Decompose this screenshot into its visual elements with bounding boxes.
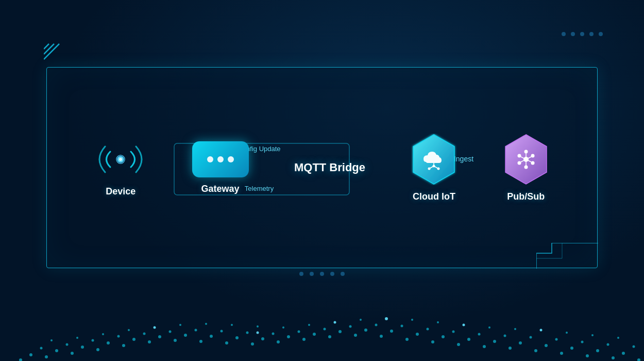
svg-line-0 (44, 44, 49, 49)
svg-point-120 (328, 335, 331, 338)
cloud-iot-icon (421, 146, 447, 172)
svg-point-134 (334, 321, 336, 324)
svg-point-77 (478, 333, 481, 336)
svg-point-130 (586, 354, 589, 357)
svg-point-72 (349, 325, 352, 328)
svg-point-125 (457, 343, 460, 346)
svg-point-38 (76, 337, 78, 339)
device-icon (95, 139, 146, 180)
svg-point-80 (555, 338, 558, 341)
svg-point-114 (174, 339, 177, 342)
svg-point-62 (92, 339, 94, 342)
gateway-node: Gateway (192, 141, 249, 194)
svg-point-108 (19, 358, 22, 361)
svg-point-99 (416, 333, 419, 336)
pub-sub-label: Pub/Sub (507, 191, 545, 202)
gateway-icon (192, 141, 249, 177)
svg-point-126 (483, 345, 486, 348)
svg-point-138 (540, 329, 543, 332)
svg-point-46 (282, 326, 284, 329)
cloud-iot-hexagon (411, 134, 457, 185)
svg-point-60 (40, 347, 43, 350)
svg-point-39 (102, 333, 104, 335)
svg-point-89 (158, 335, 161, 338)
svg-point-69 (272, 333, 275, 335)
dot-1 (562, 32, 566, 36)
svg-point-70 (298, 331, 300, 333)
svg-point-110 (71, 352, 74, 355)
svg-point-54 (488, 326, 490, 329)
svg-point-111 (96, 348, 99, 351)
pub-sub-icon (513, 146, 539, 172)
svg-point-66 (195, 329, 197, 332)
svg-point-98 (390, 330, 393, 333)
svg-point-119 (302, 338, 306, 341)
svg-point-128 (534, 349, 537, 352)
svg-point-61 (66, 343, 69, 346)
dot-2 (571, 32, 575, 36)
svg-point-42 (179, 324, 181, 326)
dot-3 (580, 32, 584, 36)
svg-point-25 (524, 150, 528, 153)
svg-point-59 (617, 337, 619, 339)
svg-point-82 (607, 343, 609, 346)
mqtt-bridge-label: MQTT Bridge (294, 161, 365, 174)
svg-point-106 (596, 349, 599, 352)
svg-point-40 (128, 329, 130, 331)
svg-point-73 (375, 324, 378, 326)
svg-point-44 (231, 324, 233, 326)
svg-point-129 (560, 352, 563, 355)
svg-point-37 (50, 339, 53, 341)
dot-grid (0, 258, 644, 361)
svg-point-96 (338, 330, 342, 333)
svg-point-92 (235, 336, 239, 339)
svg-point-78 (504, 335, 506, 337)
svg-point-105 (570, 347, 573, 350)
svg-point-30 (517, 154, 521, 157)
dot-5 (599, 32, 603, 36)
svg-point-122 (380, 335, 383, 338)
device-node: Device (95, 139, 146, 197)
svg-point-91 (210, 335, 213, 338)
dot-4 (589, 32, 594, 36)
svg-point-79 (530, 336, 532, 339)
svg-point-112 (122, 344, 125, 347)
svg-point-74 (401, 325, 403, 327)
svg-point-136 (463, 324, 465, 326)
svg-point-133 (154, 326, 156, 329)
cloud-iot-label: Cloud IoT (413, 191, 455, 202)
svg-point-86 (81, 346, 84, 349)
svg-point-123 (405, 338, 409, 341)
svg-point-103 (519, 341, 522, 344)
svg-point-95 (313, 333, 316, 336)
svg-point-71 (324, 328, 326, 331)
svg-line-1 (44, 44, 54, 54)
pub-sub-node: Pub/Sub (503, 134, 549, 202)
svg-point-97 (364, 329, 367, 332)
svg-point-51 (411, 319, 413, 321)
svg-point-107 (622, 352, 625, 355)
svg-point-63 (117, 335, 120, 338)
svg-point-135 (385, 317, 388, 320)
svg-point-121 (354, 334, 357, 337)
svg-point-27 (531, 161, 534, 165)
gateway-label: Gateway (201, 184, 240, 194)
svg-point-90 (184, 334, 187, 337)
svg-point-45 (257, 325, 259, 327)
svg-point-76 (452, 331, 455, 333)
svg-point-124 (431, 340, 434, 343)
mqtt-bridge-node: MQTT Bridge (294, 161, 365, 174)
svg-point-83 (633, 346, 635, 348)
svg-point-93 (261, 337, 264, 340)
gateway-dot-2 (217, 156, 224, 162)
top-right-dots (562, 32, 603, 36)
gateway-dot-3 (228, 156, 234, 162)
svg-point-29 (517, 161, 521, 165)
svg-point-116 (225, 341, 228, 344)
svg-point-67 (221, 330, 223, 333)
pub-sub-hexagon (503, 134, 549, 185)
cloud-iot-node: Cloud IoT (411, 134, 457, 202)
svg-point-87 (107, 341, 110, 344)
svg-point-113 (148, 340, 151, 343)
svg-point-75 (427, 328, 429, 331)
